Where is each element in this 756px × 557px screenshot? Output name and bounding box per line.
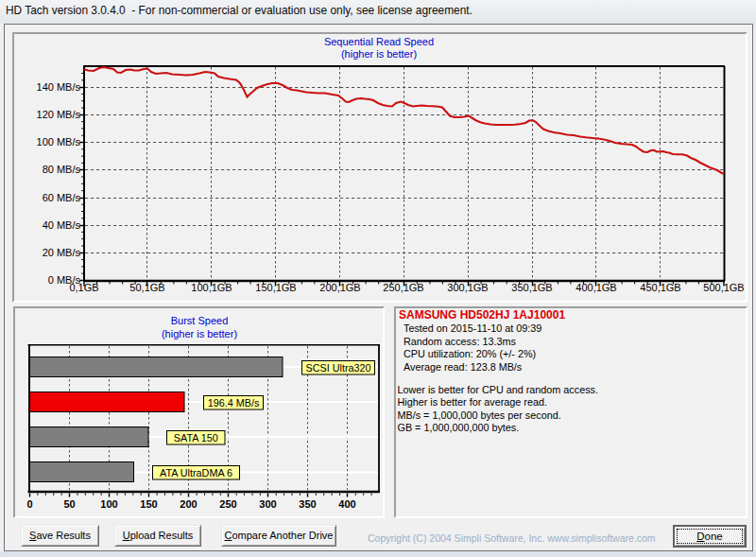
svg-text:400: 400 xyxy=(338,498,355,510)
svg-text:350: 350 xyxy=(299,498,316,510)
svg-text:450,1GB: 450,1GB xyxy=(640,282,680,293)
svg-text:500,1GB: 500,1GB xyxy=(703,282,744,293)
svg-text:250,1GB: 250,1GB xyxy=(383,282,423,293)
svg-text:250: 250 xyxy=(219,498,236,510)
svg-text:(higher is better): (higher is better) xyxy=(162,328,237,339)
svg-text:400,1GB: 400,1GB xyxy=(576,282,616,293)
svg-text:50: 50 xyxy=(63,498,75,510)
svg-text:SCSI Ultra320: SCSI Ultra320 xyxy=(305,362,370,374)
svg-text:200: 200 xyxy=(180,498,197,510)
svg-text:100: 100 xyxy=(100,498,117,510)
svg-text:200,1GB: 200,1GB xyxy=(319,282,360,293)
svg-text:196.4 MB/s: 196.4 MB/s xyxy=(208,397,260,409)
svg-text:ATA UltraDMA 6: ATA UltraDMA 6 xyxy=(160,467,232,479)
svg-text:140 MB/s: 140 MB/s xyxy=(37,81,81,93)
svg-text:0,1GB: 0,1GB xyxy=(69,282,98,293)
svg-text:80 MB/s: 80 MB/s xyxy=(43,164,81,175)
svg-text:350,1GB: 350,1GB xyxy=(511,282,552,293)
svg-text:120 MB/s: 120 MB/s xyxy=(37,109,81,120)
svg-text:Sequential Read Speed: Sequential Read Speed xyxy=(324,36,434,47)
svg-text:100,1GB: 100,1GB xyxy=(191,282,232,293)
svg-text:150: 150 xyxy=(140,498,157,510)
svg-text:SATA 150: SATA 150 xyxy=(174,432,218,444)
svg-text:40 MB/s: 40 MB/s xyxy=(43,219,81,231)
svg-text:Burst Speed: Burst Speed xyxy=(171,315,229,326)
svg-text:100 MB/s: 100 MB/s xyxy=(37,136,81,148)
svg-text:150,1GB: 150,1GB xyxy=(255,282,296,293)
svg-text:300: 300 xyxy=(259,498,276,510)
svg-text:20 MB/s: 20 MB/s xyxy=(43,247,81,258)
svg-text:(higher is better): (higher is better) xyxy=(341,48,417,60)
svg-text:60 MB/s: 60 MB/s xyxy=(43,192,81,203)
svg-text:0: 0 xyxy=(26,498,32,510)
svg-text:300,1GB: 300,1GB xyxy=(447,282,488,293)
